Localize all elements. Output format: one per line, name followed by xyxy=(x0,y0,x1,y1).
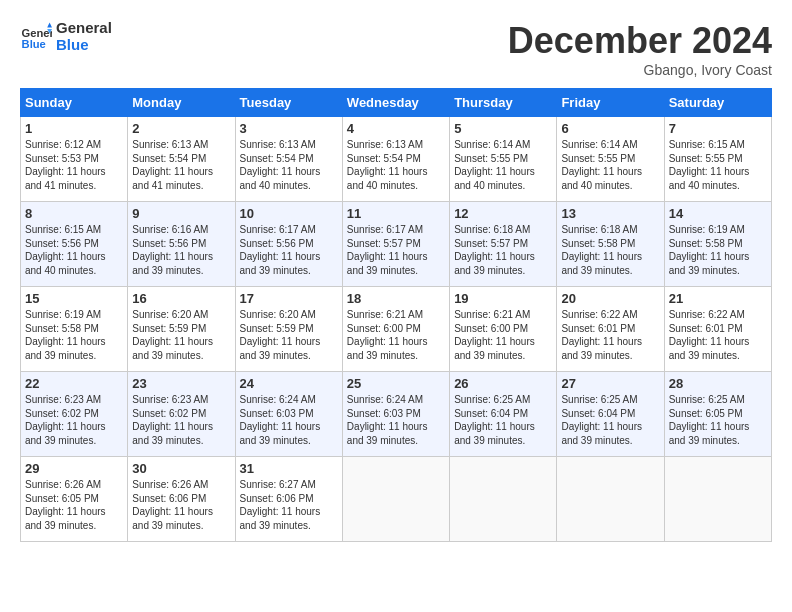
day-number: 20 xyxy=(561,291,659,306)
col-thursday: Thursday xyxy=(450,89,557,117)
calendar-cell: 6 Sunrise: 6:14 AM Sunset: 5:55 PM Dayli… xyxy=(557,117,664,202)
day-info: Sunrise: 6:24 AM Sunset: 6:03 PM Dayligh… xyxy=(240,393,338,447)
day-info: Sunrise: 6:21 AM Sunset: 6:00 PM Dayligh… xyxy=(454,308,552,362)
day-info: Sunrise: 6:13 AM Sunset: 5:54 PM Dayligh… xyxy=(132,138,230,192)
day-number: 12 xyxy=(454,206,552,221)
day-info: Sunrise: 6:20 AM Sunset: 5:59 PM Dayligh… xyxy=(132,308,230,362)
day-number: 4 xyxy=(347,121,445,136)
calendar-cell: 9 Sunrise: 6:16 AM Sunset: 5:56 PM Dayli… xyxy=(128,202,235,287)
col-wednesday: Wednesday xyxy=(342,89,449,117)
logo-icon: General Blue xyxy=(20,21,52,53)
title-section: December 2024 Gbango, Ivory Coast xyxy=(508,20,772,78)
calendar-cell xyxy=(450,457,557,542)
day-number: 19 xyxy=(454,291,552,306)
calendar-cell: 4 Sunrise: 6:13 AM Sunset: 5:54 PM Dayli… xyxy=(342,117,449,202)
calendar-cell: 22 Sunrise: 6:23 AM Sunset: 6:02 PM Dayl… xyxy=(21,372,128,457)
day-number: 22 xyxy=(25,376,123,391)
calendar-cell: 5 Sunrise: 6:14 AM Sunset: 5:55 PM Dayli… xyxy=(450,117,557,202)
calendar-cell: 18 Sunrise: 6:21 AM Sunset: 6:00 PM Dayl… xyxy=(342,287,449,372)
day-number: 26 xyxy=(454,376,552,391)
calendar-row: 1 Sunrise: 6:12 AM Sunset: 5:53 PM Dayli… xyxy=(21,117,772,202)
calendar-row: 15 Sunrise: 6:19 AM Sunset: 5:58 PM Dayl… xyxy=(21,287,772,372)
calendar-table: Sunday Monday Tuesday Wednesday Thursday… xyxy=(20,88,772,542)
calendar-cell: 14 Sunrise: 6:19 AM Sunset: 5:58 PM Dayl… xyxy=(664,202,771,287)
day-number: 10 xyxy=(240,206,338,221)
day-number: 3 xyxy=(240,121,338,136)
day-info: Sunrise: 6:23 AM Sunset: 6:02 PM Dayligh… xyxy=(25,393,123,447)
calendar-cell: 20 Sunrise: 6:22 AM Sunset: 6:01 PM Dayl… xyxy=(557,287,664,372)
day-number: 29 xyxy=(25,461,123,476)
day-info: Sunrise: 6:12 AM Sunset: 5:53 PM Dayligh… xyxy=(25,138,123,192)
day-info: Sunrise: 6:22 AM Sunset: 6:01 PM Dayligh… xyxy=(561,308,659,362)
day-number: 30 xyxy=(132,461,230,476)
calendar-cell: 31 Sunrise: 6:27 AM Sunset: 6:06 PM Dayl… xyxy=(235,457,342,542)
svg-text:Blue: Blue xyxy=(22,38,46,50)
day-info: Sunrise: 6:15 AM Sunset: 5:55 PM Dayligh… xyxy=(669,138,767,192)
day-number: 5 xyxy=(454,121,552,136)
calendar-cell: 23 Sunrise: 6:23 AM Sunset: 6:02 PM Dayl… xyxy=(128,372,235,457)
day-info: Sunrise: 6:20 AM Sunset: 5:59 PM Dayligh… xyxy=(240,308,338,362)
header: General Blue General Blue December 2024 … xyxy=(20,20,772,78)
day-number: 13 xyxy=(561,206,659,221)
col-monday: Monday xyxy=(128,89,235,117)
calendar-cell: 25 Sunrise: 6:24 AM Sunset: 6:03 PM Dayl… xyxy=(342,372,449,457)
calendar-cell xyxy=(342,457,449,542)
header-row: Sunday Monday Tuesday Wednesday Thursday… xyxy=(21,89,772,117)
calendar-cell: 12 Sunrise: 6:18 AM Sunset: 5:57 PM Dayl… xyxy=(450,202,557,287)
svg-marker-2 xyxy=(47,22,52,27)
day-info: Sunrise: 6:19 AM Sunset: 5:58 PM Dayligh… xyxy=(669,223,767,277)
day-info: Sunrise: 6:25 AM Sunset: 6:04 PM Dayligh… xyxy=(454,393,552,447)
col-sunday: Sunday xyxy=(21,89,128,117)
calendar-cell: 1 Sunrise: 6:12 AM Sunset: 5:53 PM Dayli… xyxy=(21,117,128,202)
logo: General Blue General Blue xyxy=(20,20,112,53)
day-number: 2 xyxy=(132,121,230,136)
calendar-row: 22 Sunrise: 6:23 AM Sunset: 6:02 PM Dayl… xyxy=(21,372,772,457)
day-info: Sunrise: 6:14 AM Sunset: 5:55 PM Dayligh… xyxy=(454,138,552,192)
day-number: 24 xyxy=(240,376,338,391)
day-number: 23 xyxy=(132,376,230,391)
calendar-cell: 24 Sunrise: 6:24 AM Sunset: 6:03 PM Dayl… xyxy=(235,372,342,457)
day-number: 6 xyxy=(561,121,659,136)
calendar-cell: 21 Sunrise: 6:22 AM Sunset: 6:01 PM Dayl… xyxy=(664,287,771,372)
day-info: Sunrise: 6:26 AM Sunset: 6:06 PM Dayligh… xyxy=(132,478,230,532)
day-info: Sunrise: 6:18 AM Sunset: 5:57 PM Dayligh… xyxy=(454,223,552,277)
day-info: Sunrise: 6:25 AM Sunset: 6:04 PM Dayligh… xyxy=(561,393,659,447)
calendar-cell: 13 Sunrise: 6:18 AM Sunset: 5:58 PM Dayl… xyxy=(557,202,664,287)
calendar-row: 8 Sunrise: 6:15 AM Sunset: 5:56 PM Dayli… xyxy=(21,202,772,287)
day-info: Sunrise: 6:17 AM Sunset: 5:56 PM Dayligh… xyxy=(240,223,338,277)
calendar-cell: 10 Sunrise: 6:17 AM Sunset: 5:56 PM Dayl… xyxy=(235,202,342,287)
calendar-cell: 15 Sunrise: 6:19 AM Sunset: 5:58 PM Dayl… xyxy=(21,287,128,372)
location: Gbango, Ivory Coast xyxy=(508,62,772,78)
day-info: Sunrise: 6:21 AM Sunset: 6:00 PM Dayligh… xyxy=(347,308,445,362)
logo-blue: Blue xyxy=(56,37,112,54)
calendar-cell xyxy=(557,457,664,542)
day-info: Sunrise: 6:16 AM Sunset: 5:56 PM Dayligh… xyxy=(132,223,230,277)
month-title: December 2024 xyxy=(508,20,772,62)
calendar-cell: 17 Sunrise: 6:20 AM Sunset: 5:59 PM Dayl… xyxy=(235,287,342,372)
day-number: 27 xyxy=(561,376,659,391)
day-number: 18 xyxy=(347,291,445,306)
day-info: Sunrise: 6:23 AM Sunset: 6:02 PM Dayligh… xyxy=(132,393,230,447)
calendar-body: 1 Sunrise: 6:12 AM Sunset: 5:53 PM Dayli… xyxy=(21,117,772,542)
day-info: Sunrise: 6:24 AM Sunset: 6:03 PM Dayligh… xyxy=(347,393,445,447)
day-number: 1 xyxy=(25,121,123,136)
calendar-cell: 29 Sunrise: 6:26 AM Sunset: 6:05 PM Dayl… xyxy=(21,457,128,542)
day-number: 21 xyxy=(669,291,767,306)
calendar-cell xyxy=(664,457,771,542)
day-info: Sunrise: 6:19 AM Sunset: 5:58 PM Dayligh… xyxy=(25,308,123,362)
col-tuesday: Tuesday xyxy=(235,89,342,117)
calendar-cell: 11 Sunrise: 6:17 AM Sunset: 5:57 PM Dayl… xyxy=(342,202,449,287)
day-number: 15 xyxy=(25,291,123,306)
day-info: Sunrise: 6:15 AM Sunset: 5:56 PM Dayligh… xyxy=(25,223,123,277)
calendar-cell: 16 Sunrise: 6:20 AM Sunset: 5:59 PM Dayl… xyxy=(128,287,235,372)
calendar-cell: 30 Sunrise: 6:26 AM Sunset: 6:06 PM Dayl… xyxy=(128,457,235,542)
calendar-cell: 26 Sunrise: 6:25 AM Sunset: 6:04 PM Dayl… xyxy=(450,372,557,457)
day-number: 28 xyxy=(669,376,767,391)
logo-general: General xyxy=(56,20,112,37)
day-info: Sunrise: 6:13 AM Sunset: 5:54 PM Dayligh… xyxy=(347,138,445,192)
day-number: 31 xyxy=(240,461,338,476)
day-info: Sunrise: 6:27 AM Sunset: 6:06 PM Dayligh… xyxy=(240,478,338,532)
day-info: Sunrise: 6:18 AM Sunset: 5:58 PM Dayligh… xyxy=(561,223,659,277)
day-info: Sunrise: 6:26 AM Sunset: 6:05 PM Dayligh… xyxy=(25,478,123,532)
day-number: 8 xyxy=(25,206,123,221)
